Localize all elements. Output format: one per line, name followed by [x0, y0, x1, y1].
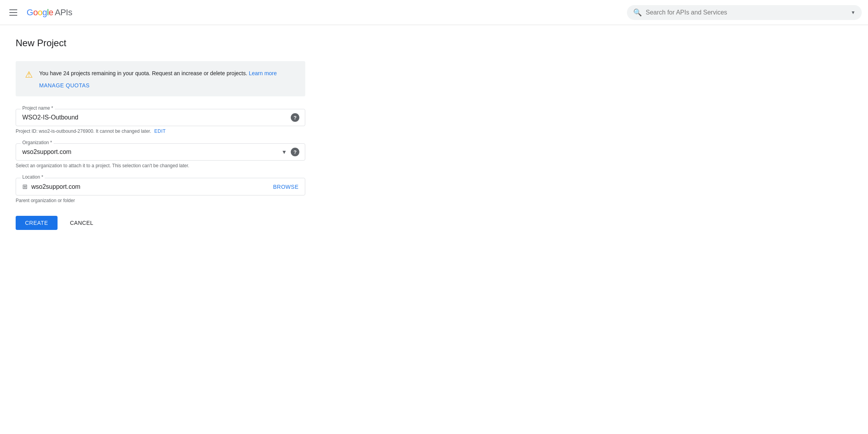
- project-name-input[interactable]: [22, 114, 286, 121]
- logo-o2: o: [38, 7, 42, 18]
- organization-field-group: Organization * wso2support.com ▼ ? Selec…: [16, 143, 305, 168]
- header-left: Google APIs: [6, 6, 72, 19]
- organization-label: Organization *: [21, 140, 54, 145]
- organization-hint: Select an organization to attach it to a…: [16, 163, 305, 168]
- button-row: CREATE CANCEL: [16, 216, 305, 230]
- project-name-help-icon[interactable]: ?: [291, 113, 299, 122]
- location-wrapper: Location * ⊞ wso2support.com BROWSE: [16, 178, 305, 195]
- organization-help-icon[interactable]: ?: [291, 148, 299, 156]
- header: Google APIs 🔍 ▼: [0, 0, 868, 25]
- organization-wrapper[interactable]: Organization * wso2support.com ▼ ?: [16, 143, 305, 161]
- learn-more-link[interactable]: Learn more: [249, 70, 277, 76]
- google-logo: Google APIs: [27, 7, 72, 18]
- logo-apis: APIs: [55, 7, 72, 18]
- project-name-label: Project name *: [21, 105, 55, 111]
- location-label: Location *: [21, 174, 45, 180]
- search-dropdown-arrow-icon[interactable]: ▼: [851, 10, 855, 15]
- hamburger-menu[interactable]: [6, 6, 20, 19]
- project-name-wrapper: Project name * ?: [16, 109, 305, 126]
- browse-link[interactable]: BROWSE: [273, 184, 299, 190]
- location-grid-icon: ⊞: [22, 183, 27, 190]
- search-icon: 🔍: [633, 8, 642, 17]
- form-section: Project name * ? Project ID: wso2-is-out…: [16, 109, 305, 230]
- location-field-group: Location * ⊞ wso2support.com BROWSE Pare…: [16, 178, 305, 203]
- edit-project-id-link[interactable]: EDIT: [154, 128, 166, 134]
- logo-g2: g: [42, 7, 47, 18]
- organization-value: wso2support.com: [22, 148, 71, 155]
- warning-icon: ⚠: [25, 70, 33, 80]
- manage-quotas-link[interactable]: MANAGE QUOTAS: [39, 82, 90, 89]
- main-content: New Project ⚠ You have 24 projects remai…: [0, 25, 321, 242]
- create-button[interactable]: CREATE: [16, 216, 58, 230]
- location-hint: Parent organization or folder: [16, 198, 305, 203]
- logo-o1: o: [33, 7, 38, 18]
- location-value: wso2support.com: [31, 183, 80, 190]
- search-input[interactable]: [646, 9, 847, 16]
- alert-content: You have 24 projects remaining in your q…: [39, 69, 296, 89]
- logo-e: e: [49, 7, 53, 18]
- page-title: New Project: [16, 38, 305, 49]
- logo-g: G: [27, 7, 33, 18]
- organization-dropdown-icon[interactable]: ▼: [281, 149, 287, 155]
- project-id-row: Project ID: wso2-is-outbound-276900. It …: [16, 128, 305, 134]
- alert-text: You have 24 projects remaining in your q…: [39, 69, 296, 78]
- alert-box: ⚠ You have 24 projects remaining in your…: [16, 61, 305, 96]
- project-name-field-group: Project name * ? Project ID: wso2-is-out…: [16, 109, 305, 134]
- project-id-text: Project ID: wso2-is-outbound-276900. It …: [16, 128, 151, 134]
- search-bar[interactable]: 🔍 ▼: [627, 5, 862, 20]
- cancel-button[interactable]: CANCEL: [61, 216, 103, 230]
